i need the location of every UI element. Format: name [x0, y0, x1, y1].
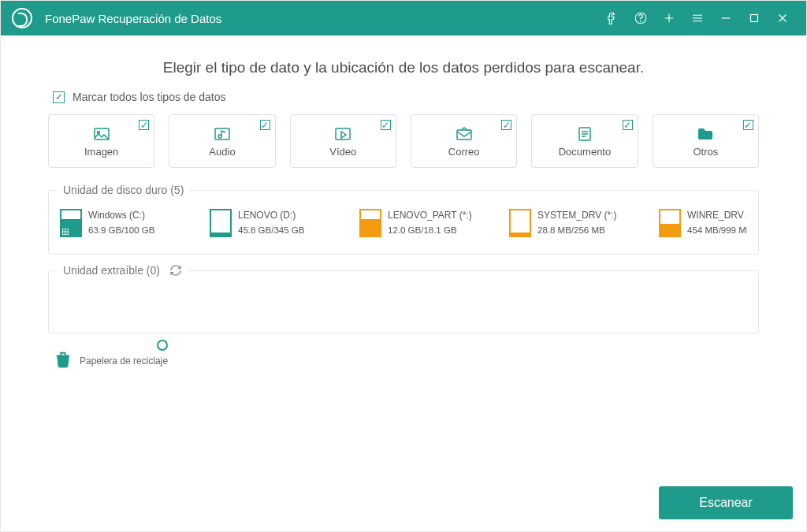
menu-icon[interactable] [685, 6, 710, 31]
svg-rect-5 [215, 128, 229, 140]
trash-icon [54, 349, 72, 373]
type-checkbox[interactable] [139, 120, 149, 130]
titlebar-controls [600, 6, 795, 31]
drive-stat: 63.9 GB/100 GB [88, 223, 154, 237]
drive-info: LENOVO_PART (*:)12.0 GB/18.1 GB [388, 208, 472, 238]
hdd-section-title-text: Unidad de disco duro (5) [63, 184, 184, 196]
svg-point-1 [641, 21, 642, 22]
check-all-row[interactable]: Marcar todos los tipos de datos [53, 91, 759, 103]
drive-info: LENOVO (D:)45.8 GB/345 GB [238, 208, 304, 238]
type-checkbox[interactable] [381, 120, 391, 130]
check-all-checkbox[interactable] [53, 91, 65, 103]
drive-stat: 28.8 MB/256 MB [537, 223, 616, 237]
type-card-mail[interactable]: Correo [411, 114, 517, 168]
hdd-section: Unidad de disco duro (5) Windows (C:)63.… [48, 190, 759, 255]
type-checkbox[interactable] [501, 120, 511, 130]
type-card-image[interactable]: Imagen [48, 114, 154, 168]
drives-row: Windows (C:)63.9 GB/100 GBLENOVO (D:)45.… [60, 208, 747, 244]
facebook-icon[interactable] [600, 6, 625, 31]
drive-icon [210, 209, 232, 237]
drive-icon [60, 209, 82, 237]
type-checkbox[interactable] [743, 120, 753, 130]
main-content: Elegir el tipo de dato y la ubicación de… [1, 35, 806, 389]
drive-item[interactable]: WINRE_DRV (*:)454 MB/999 MB [659, 208, 747, 238]
drive-stat: 45.8 GB/345 GB [238, 223, 304, 237]
plus-icon[interactable] [656, 6, 682, 31]
check-all-label: Marcar todos los tipos de datos [73, 91, 226, 103]
mail-icon [453, 125, 475, 143]
drive-icon [509, 209, 531, 237]
drive-stat: 454 MB/999 MB [687, 223, 747, 237]
drive-stat: 12.0 GB/18.1 GB [388, 223, 472, 237]
removable-section: Unidad extraíble (0) [48, 270, 759, 333]
scan-button[interactable]: Escanear [659, 486, 793, 519]
video-icon [332, 125, 354, 143]
drive-info: Windows (C:)63.9 GB/100 GB [88, 208, 154, 238]
refresh-icon[interactable] [169, 264, 182, 277]
titlebar: FonePaw Recuperación de Datos [1, 1, 806, 35]
page-heading: Elegir el tipo de dato y la ubicación de… [48, 59, 759, 76]
type-label: Documento [559, 146, 611, 158]
drive-item[interactable]: Windows (C:)63.9 GB/100 GB [60, 208, 194, 238]
type-label: Correo [448, 146, 480, 158]
recycle-bin-radio[interactable] [157, 340, 168, 351]
drive-name: LENOVO_PART (*:) [388, 208, 472, 223]
drive-item[interactable]: SYSTEM_DRV (*:)28.8 MB/256 MB [509, 208, 643, 238]
type-checkbox[interactable] [623, 120, 633, 130]
type-card-video[interactable]: Vídeo [290, 114, 396, 168]
type-card-document[interactable]: Documento [531, 114, 638, 168]
app-logo-icon [12, 8, 32, 28]
drive-icon [359, 209, 381, 237]
document-icon [574, 125, 596, 143]
image-icon [91, 125, 113, 143]
type-card-folder[interactable]: Otros [653, 114, 759, 168]
removable-section-title: Unidad extraíble (0) [57, 264, 188, 277]
drive-item[interactable]: LENOVO (D:)45.8 GB/345 GB [210, 208, 344, 238]
svg-rect-2 [751, 15, 758, 22]
hdd-section-title: Unidad de disco duro (5) [57, 184, 190, 196]
drive-name: Windows (C:) [88, 208, 154, 223]
drive-name: LENOVO (D:) [238, 208, 304, 223]
data-type-row: ImagenAudioVídeoCorreoDocumentoOtros [48, 114, 759, 168]
recycle-bin-label: Papelera de reciclaje [80, 355, 168, 366]
minimize-icon[interactable] [713, 6, 738, 31]
close-icon[interactable] [770, 6, 795, 31]
type-card-audio[interactable]: Audio [169, 114, 275, 168]
help-icon[interactable] [628, 6, 653, 31]
drive-item[interactable]: LENOVO_PART (*:)12.0 GB/18.1 GB [359, 208, 493, 238]
folder-icon [694, 125, 716, 143]
drive-name: WINRE_DRV (*:) [687, 208, 747, 223]
recycle-bin-row[interactable]: Papelera de reciclaje [54, 349, 759, 373]
svg-rect-7 [336, 128, 350, 140]
drive-name: SYSTEM_DRV (*:) [537, 208, 616, 223]
type-label: Audio [209, 146, 235, 158]
removable-section-title-text: Unidad extraíble (0) [63, 264, 160, 277]
audio-icon [211, 125, 233, 143]
app-title: FonePaw Recuperación de Datos [45, 12, 221, 25]
drive-info: SYSTEM_DRV (*:)28.8 MB/256 MB [537, 208, 616, 238]
drive-icon [659, 209, 681, 237]
maximize-icon[interactable] [742, 6, 767, 31]
type-checkbox[interactable] [260, 120, 270, 130]
type-label: Otros [693, 146, 718, 158]
drive-info: WINRE_DRV (*:)454 MB/999 MB [687, 208, 747, 238]
svg-rect-8 [457, 130, 471, 140]
type-label: Imagen [84, 146, 118, 158]
type-label: Vídeo [329, 146, 356, 158]
